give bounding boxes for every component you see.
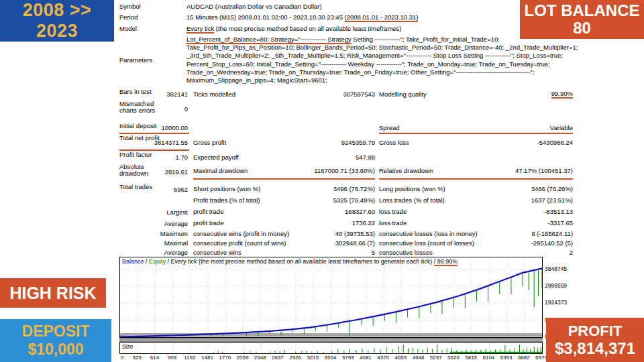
stat-cell: 1637 (23.51%) <box>490 194 573 206</box>
stat-cell <box>379 100 490 117</box>
x-axis-tick-label: 1770 <box>219 355 231 361</box>
stat-cell: loss trade <box>379 206 490 217</box>
banner-period-range: 2008 >> 2023 <box>0 0 114 42</box>
stat-cell: profit trade <box>193 206 314 217</box>
x-axis-tick-label: 6682 <box>518 355 530 361</box>
stat-cell: Total net profit3814371.55 <box>119 134 189 151</box>
banner-profit: PROFIT $3,814,371 <box>546 318 644 362</box>
banner-deposit-line2: $10,000 <box>28 341 83 359</box>
x-axis-tick-label: 6104 <box>482 355 494 361</box>
banner-deposit: DEPOSIT $10,000 <box>0 319 111 362</box>
stat-cell <box>193 100 314 117</box>
stat-cell: Spread <box>379 122 490 134</box>
info-row: ParametersLot_Percent_of_Balance=80; Str… <box>119 33 573 85</box>
size-panel-label: Size <box>122 343 133 350</box>
stat-cell: consecutive loss (count of losses) <box>379 238 490 247</box>
info-text: (2008.01.01 - 2023.10.31) <box>345 13 419 22</box>
stat-cell: Long positions (won %) <box>379 183 490 194</box>
x-axis-tick-label: 2348 <box>254 355 266 361</box>
info-value: Every tick (the most precise method base… <box>186 25 402 33</box>
chart-header-text: Balance <box>122 258 144 265</box>
stat-cell: 1736.22 <box>314 217 375 229</box>
stat-cell: Variable <box>490 122 573 134</box>
x-axis-tick-label: 2926 <box>289 355 301 361</box>
banner-period-range-text: 2008 >> 2023 <box>0 0 114 42</box>
stat-cell: consecutive losses <box>379 247 490 257</box>
info-text: Take_Profit_for_Pips_as_Position=10; Bol… <box>186 44 578 51</box>
stat-cell: Short positions (won %) <box>193 183 314 194</box>
stat-cell: Mismatched charts errors0 <box>119 100 189 117</box>
stat-cell: Initial deposit10000.00 <box>119 122 189 134</box>
stat-cell: Gross profit <box>193 134 314 151</box>
info-row: ModelEvery tick (the most precise method… <box>119 22 573 33</box>
x-axis-tick-label: 4659 <box>394 355 407 361</box>
info-label: Model <box>119 25 186 33</box>
info-text: Trade_on_Wednesday=true; Trade_on_Thursd… <box>186 68 534 76</box>
stat-cell: 99.90% <box>490 88 573 100</box>
x-axis-labels: 0325614903119214811770205923482637292632… <box>119 355 543 362</box>
x-axis-tick-label: 5526 <box>447 355 460 361</box>
stat-row: Total net profit3814371.55Gross profit92… <box>119 134 573 151</box>
chart-header-text: / 99.90% <box>434 258 458 266</box>
stat-cell <box>379 151 490 163</box>
stat-cell: consecutive wins <box>193 247 314 257</box>
stat-row: Initial deposit10000.00SpreadVariable <box>119 122 573 134</box>
stat-row: Mismatched charts errors0 <box>119 100 573 117</box>
x-axis-tick-label: 2637 <box>272 355 284 361</box>
stat-cell: 5325 (76.49%) <box>314 194 375 206</box>
x-axis-tick-label: 6393 <box>500 355 513 361</box>
report-stats-table: Bars in test382141Ticks modelled30759754… <box>119 88 573 257</box>
x-axis-tick-label: 614 <box>150 355 159 361</box>
size-chart: Size <box>119 342 543 354</box>
stat-cell: 307597543 <box>314 88 375 100</box>
stat-cell <box>490 100 573 117</box>
stat-cell: 5 <box>314 247 375 257</box>
balance-equity-plot <box>120 259 542 337</box>
stat-cell: -83513.13 <box>490 206 573 217</box>
banner-high-risk-text: HIGH RISK <box>9 284 96 303</box>
stat-cell: Bars in test382141 <box>119 88 189 100</box>
stat-cell: Maximum <box>119 229 189 238</box>
info-label: Period <box>119 13 186 21</box>
x-axis-tick-label: 1481 <box>201 355 213 361</box>
stat-cell: Loss trades (% of total) <box>379 194 490 206</box>
backtest-report-page: { "banners": { "top_left": {"text": "200… <box>0 0 644 362</box>
banner-deposit-line1: DEPOSIT <box>22 322 90 341</box>
stat-cell: loss trade <box>379 217 490 229</box>
info-text: 15 Minutes (M15) 2008.01.01 02:00 - 2023… <box>186 13 345 21</box>
stat-row: Averageconsecutive wins5consecutive loss… <box>119 247 573 257</box>
stat-row: Bars in test382141Ticks modelled30759754… <box>119 88 573 100</box>
stat-cell: consecutive profit (count of wins) <box>193 238 314 247</box>
x-axis-tick-label: 1192 <box>184 355 195 361</box>
info-value: Lot_Percent_of_Balance=80; Strategy="---… <box>186 36 578 85</box>
info-label: Parameters <box>119 56 186 64</box>
stat-cell: consecutive wins (profit in money) <box>193 229 314 238</box>
info-text: Lot_Percent_of_Balance=80; Strategy="---… <box>186 36 352 44</box>
stat-cell: Modelling quality <box>379 88 490 100</box>
x-axis-tick-label: 3215 <box>307 355 319 361</box>
stat-cell: Average <box>119 217 189 229</box>
stat-cell <box>490 151 573 163</box>
stat-cell: 168327.60 <box>314 206 375 217</box>
stat-row: Maximalconsecutive profit (count of wins… <box>119 238 573 247</box>
stat-cell: Total trades6962 <box>119 183 189 194</box>
stat-cell: Average <box>119 247 189 257</box>
stat-cell <box>314 100 375 117</box>
info-row: Period15 Minutes (M15) 2008.01.01 02:00 … <box>119 11 573 21</box>
stat-cell: 3466 (76.26%) <box>490 183 573 194</box>
stat-cell <box>314 122 375 134</box>
balance-equity-chart: Balance / Equity / Every tick (the most … <box>119 257 543 338</box>
stat-cell: profit trade <box>193 217 314 229</box>
info-value: 15 Minutes (M15) 2008.01.01 02:00 - 2023… <box>186 13 418 21</box>
x-axis-tick-label: 2059 <box>237 355 249 361</box>
y-axis-tick-label: 1924373 <box>545 299 567 306</box>
info-text: AUDCAD (Australian Dollar vs Canadian Do… <box>186 3 322 10</box>
x-axis-tick-label: 3504 <box>325 355 337 361</box>
info-text: Every tick <box>186 25 214 34</box>
stat-cell: 47.17% (100451.37) <box>490 163 573 180</box>
stat-cell: Expected payoff <box>193 151 314 163</box>
banner-lot-balance-line2: 80 <box>573 19 591 37</box>
stat-cell: 6 (-165624.11) <box>490 229 573 238</box>
info-row: SymbolAUDCAD (Australian Dollar vs Canad… <box>119 0 573 11</box>
stat-cell: -5430988.24 <box>490 134 573 151</box>
